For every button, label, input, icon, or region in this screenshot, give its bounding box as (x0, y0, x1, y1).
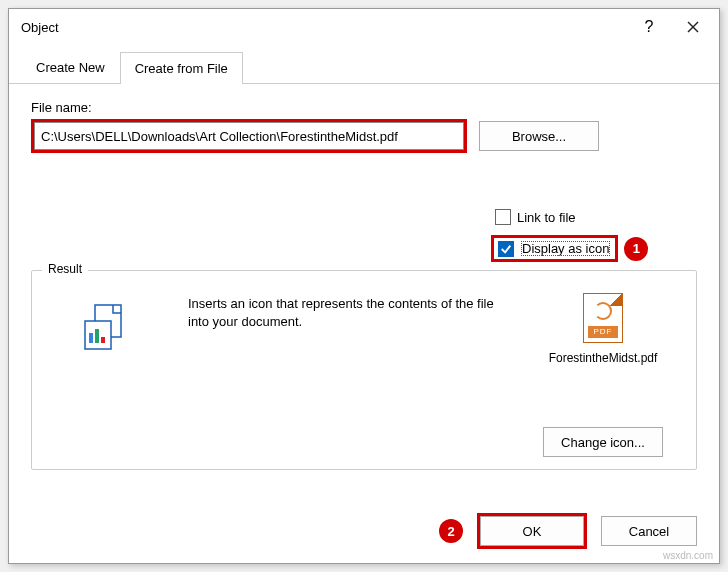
preview-filename: ForestintheMidst.pdf (549, 351, 658, 365)
watermark: wsxdn.com (663, 550, 713, 561)
pdf-badge-text: PDF (588, 326, 618, 338)
help-icon: ? (645, 18, 654, 36)
link-to-file-checkbox[interactable]: Link to file (491, 207, 580, 227)
file-row: Browse... (31, 119, 697, 153)
window-title: Object (21, 20, 59, 35)
result-description: Inserts an icon that represents the cont… (188, 293, 500, 457)
svg-rect-5 (95, 329, 99, 343)
tab-label: Create from File (135, 61, 228, 76)
close-button[interactable] (671, 11, 715, 43)
button-label: OK (523, 524, 542, 539)
footer: 2 OK Cancel (433, 513, 697, 549)
file-name-label: File name: (31, 100, 697, 115)
checkbox-label: Display as icon (520, 240, 611, 257)
button-label: Cancel (629, 524, 669, 539)
annotation-badge-1: 1 (624, 237, 648, 261)
browse-button[interactable]: Browse... (479, 121, 599, 151)
checkbox-icon (495, 209, 511, 225)
titlebar: Object ? (9, 9, 719, 45)
object-dialog: Object ? Create New Create from File Fil… (8, 8, 720, 564)
tab-create-from-file[interactable]: Create from File (120, 52, 243, 84)
pdf-file-icon: PDF (583, 293, 623, 343)
svg-rect-4 (89, 333, 93, 343)
tab-label: Create New (36, 60, 105, 75)
result-group: Result Inserts an icon that r (31, 270, 697, 470)
dialog-body: File name: Browse... Link to file (9, 84, 719, 470)
tab-create-new[interactable]: Create New (21, 51, 120, 83)
document-icon (77, 299, 133, 358)
ok-button[interactable]: OK (480, 516, 584, 546)
checkbox-label: Link to file (517, 210, 576, 225)
annotation-badge-2: 2 (439, 519, 463, 543)
cancel-button[interactable]: Cancel (601, 516, 697, 546)
highlight-file-input (31, 119, 467, 153)
result-preview: PDF ForestintheMidst.pdf Change icon... (528, 293, 678, 457)
display-as-icon-checkbox[interactable]: Display as icon (494, 238, 615, 259)
button-label: Change icon... (561, 435, 645, 450)
result-example-icon (50, 293, 160, 457)
highlight-display-as-icon: Display as icon (491, 235, 618, 262)
highlight-ok: OK (477, 513, 587, 549)
checkbox-icon (498, 241, 514, 257)
close-icon (686, 20, 700, 34)
result-legend: Result (42, 262, 88, 276)
file-name-input[interactable] (34, 122, 464, 150)
svg-rect-6 (101, 337, 105, 343)
options-group: Link to file Display as icon 1 (31, 207, 697, 262)
change-icon-button[interactable]: Change icon... (543, 427, 663, 457)
help-button[interactable]: ? (627, 11, 671, 43)
button-label: Browse... (512, 129, 566, 144)
tabbar: Create New Create from File (9, 51, 719, 84)
